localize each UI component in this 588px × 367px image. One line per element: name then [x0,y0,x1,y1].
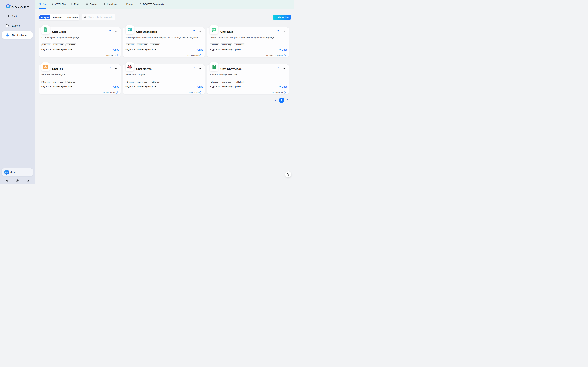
svg-text:SQL: SQL [86,4,88,4]
